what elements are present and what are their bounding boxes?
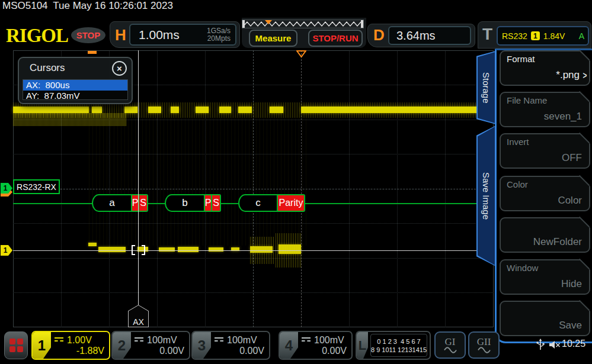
decode-data: c (239, 195, 277, 211)
cursor-ax-line[interactable] (138, 50, 139, 305)
decode-parity-cell: P (204, 195, 211, 211)
trace-segment (270, 107, 283, 113)
close-icon[interactable]: × (112, 61, 127, 76)
trace-segment (124, 107, 137, 113)
rigol-logo: RIGOL (6, 25, 68, 47)
delay-box[interactable]: 3.64ms (388, 26, 471, 45)
trace-segment (178, 247, 199, 252)
decode-stop-cell: S (211, 195, 220, 211)
usb-icon (536, 339, 545, 351)
oscilloscope-screen: MSO5104 Tue May 16 10:26:01 2023 (0, 0, 592, 364)
model-name: MSO5104 (2, 0, 48, 11)
delay-value: 3.64ms (396, 29, 436, 43)
timebase-value: 1.00ms (139, 28, 180, 42)
acquisition-info: 1GSa/s 20Mpts (207, 27, 231, 43)
position-bar-endcap (361, 20, 363, 28)
measure-button[interactable]: Measure (249, 30, 297, 47)
trace-bracket-right (142, 245, 145, 255)
trace-segment (148, 107, 161, 113)
logic-channel-list: 0 1 2 3 4 5 6 7 8 9 1011 12131415 (370, 334, 427, 357)
decode-stop-cell: S (138, 195, 147, 211)
channel-offset: 0.00V (135, 346, 184, 356)
popup-title: Cursors (30, 62, 65, 74)
menu-item-color[interactable]: Color Color (500, 176, 590, 211)
channel-offset: 0.00V (302, 346, 347, 356)
trigger-source-badge: 1 (531, 31, 540, 40)
cursor-ay-readout[interactable]: AY: 87.03mV (23, 91, 127, 101)
decode-frame: b P S (165, 194, 221, 212)
quick-menu-button[interactable] (4, 331, 28, 359)
channel-4-box[interactable]: 4 100mV 0.00V (279, 331, 353, 360)
decode-frame: a P S (92, 194, 148, 212)
tab-storage-label: Storage (478, 52, 495, 123)
position-marker-icon[interactable] (265, 20, 272, 24)
generator-1-button[interactable]: GI (434, 331, 466, 359)
cursor-readouts: AX: 800us AY: 87.03mV (23, 79, 128, 100)
menu-grid-icon (9, 339, 15, 344)
trigger-label: T (482, 25, 492, 44)
trigger-box[interactable]: RS232 1 1.84V A (497, 26, 589, 46)
decode-parity-cell: Parity (277, 195, 304, 211)
channel-scale: 100mV (227, 335, 257, 346)
decode-frame: c Parity (238, 194, 305, 212)
trace-segment (238, 107, 252, 113)
trace-bracket-left (132, 245, 135, 255)
cursors-popup: Cursors × AX: 800us AY: 87.03mV (18, 57, 133, 104)
menu-item-new-folder[interactable]: NewFolder (500, 217, 590, 253)
stop-run-button[interactable]: STOP/RUN (308, 30, 363, 47)
decode-data: b (166, 195, 204, 211)
sine-wave-icon (478, 347, 491, 353)
dc-coupling-icon (215, 337, 223, 343)
sine-wave-icon (444, 347, 457, 353)
channel-scale: 100mV (314, 335, 344, 346)
channel-3-box[interactable]: 3 100mV 0.00V (191, 331, 270, 360)
trace-segment (196, 107, 209, 113)
dc-coupling-icon (55, 337, 63, 343)
trace-segment (92, 107, 102, 113)
channel1-position-marker[interactable]: 1 (1, 245, 12, 256)
decode-parity-cell: P (131, 195, 138, 211)
trace-segment (171, 107, 179, 113)
channel-offset: 0.00V (215, 346, 264, 356)
tab-storage[interactable]: Storage (476, 51, 496, 124)
trace-segment (301, 107, 494, 113)
channel-1-box[interactable]: 1 1.00V -1.88V (31, 331, 110, 360)
trigger-position-icon[interactable] (296, 50, 306, 57)
memory-depth: 20Mpts (207, 34, 231, 43)
menu-item-format[interactable]: Format *.png > (500, 50, 590, 86)
clock: 10:25 (562, 339, 585, 349)
menu-item-window[interactable]: Window Hide (500, 259, 590, 295)
channel-2-box[interactable]: 2 100mV 0.00V (111, 331, 190, 360)
trigger-mode: A (579, 31, 584, 41)
generator-2-button[interactable]: GII (468, 331, 500, 359)
channel-offset: -1.88V (55, 346, 104, 356)
window-titlebar: MSO5104 Tue May 16 10:26:01 2023 (0, 0, 592, 18)
timebase-box[interactable]: 1.00ms 1GSa/s 20Mpts (129, 24, 236, 46)
trace-segment (88, 243, 97, 246)
cursor-ay-line[interactable] (13, 250, 494, 251)
dc-coupling-icon (302, 337, 311, 343)
logic-channels-box[interactable]: L 0 1 2 3 4 5 6 7 8 9 1011 12131415 (356, 331, 431, 360)
trace-noise (89, 118, 309, 246)
marker-tick-orange (88, 51, 97, 54)
menu-item-invert[interactable]: Invert OFF (500, 133, 590, 169)
tab-save-image-label: Save Image (478, 127, 495, 265)
tab-save-image[interactable]: Save Image (476, 125, 496, 266)
channel-scale: 100mV (147, 335, 177, 346)
menu-item-file-name[interactable]: File Name seven_1 (500, 92, 590, 127)
trace-segment (219, 107, 231, 113)
speaker-mute-icon[interactable] (549, 340, 561, 349)
cursor-ax-readout[interactable]: AX: 800us (23, 80, 127, 91)
delay-label: D (373, 26, 385, 44)
menu-item-save[interactable]: Save (500, 301, 590, 336)
gridline (13, 292, 494, 293)
position-bar-endcap (242, 20, 245, 28)
chevron-right-icon: > (583, 70, 587, 82)
datetime-label: Tue May 16 10:26:01 2023 (53, 0, 173, 11)
waveform-position-bar[interactable] (242, 20, 364, 28)
trigger-type: RS232 (502, 31, 527, 41)
decode-label: RS232-RX (13, 179, 60, 194)
run-state-badge: STOP (71, 27, 105, 43)
trace-segment (98, 247, 126, 252)
horizontal-label: H (115, 26, 126, 44)
